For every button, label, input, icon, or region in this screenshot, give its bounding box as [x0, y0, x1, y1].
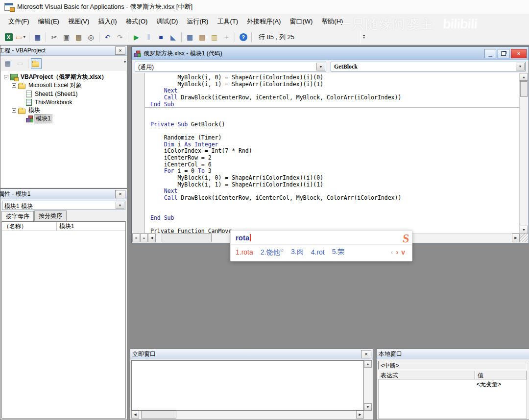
toolbox-button[interactable]: +	[221, 32, 232, 43]
project-explorer-button[interactable]: ▦	[184, 32, 195, 43]
project-panel-titlebar[interactable]: 工程 - VBAProject ×	[0, 46, 127, 56]
immediate-window-title: 立即窗口	[132, 350, 156, 358]
menu-item[interactable]: 窗口(W)	[285, 15, 317, 28]
tab-categorized[interactable]: 按分类序	[34, 210, 67, 221]
project-panel-close-button[interactable]: ×	[115, 47, 125, 55]
procedure-dropdown[interactable]: GetBlock ▼	[331, 62, 526, 71]
ime-next-page-icon[interactable]: ›	[396, 248, 399, 256]
insert-userform-button[interactable]: ▭▼	[15, 32, 26, 43]
design-mode-button[interactable]: ◣	[168, 32, 179, 43]
menu-item[interactable]: 外接程序(A)	[242, 15, 285, 28]
immediate-vertical-scrollbar[interactable]: ▲ ▼	[364, 360, 372, 411]
scroll-down-icon[interactable]: ▼	[364, 403, 372, 411]
ime-candidate[interactable]: 3.肉	[291, 248, 304, 257]
run-button[interactable]: ▶	[131, 32, 142, 43]
properties-window-button[interactable]: ▤	[196, 32, 208, 43]
properties-object-dropdown[interactable]: 模块1 模块 ▼	[2, 201, 125, 210]
tree-item[interactable]: Sheet1 (Sheet1)	[1, 90, 126, 98]
object-browser-button[interactable]: ▥	[209, 32, 220, 43]
property-row[interactable]: （名称） 模块1	[2, 222, 125, 231]
procedure-view-button[interactable]: =	[132, 233, 140, 242]
menu-item[interactable]: 编辑(E)	[34, 15, 64, 28]
menu-item[interactable]: 帮助(H)	[317, 15, 347, 28]
scrollbar-thumb[interactable]	[520, 81, 528, 97]
chevron-down-icon[interactable]: ▼	[116, 202, 124, 209]
ime-candidate[interactable]: 2.饶他⊘	[261, 248, 284, 257]
ime-expand-icon[interactable]: v	[401, 248, 405, 256]
break-button[interactable]: ‖	[143, 32, 154, 43]
immediate-window-content[interactable]	[131, 360, 364, 411]
column-header-expression[interactable]: 表达式	[378, 371, 475, 379]
ime-input[interactable]: rota	[236, 233, 249, 242]
tree-expander[interactable]: -	[12, 83, 16, 88]
menu-item[interactable]: 插入(I)	[94, 15, 121, 28]
code-editor[interactable]: MyBlock(i, 0) = ShapeArr(iColorIndex)(i)…	[132, 73, 520, 233]
code-vertical-scrollbar[interactable]: ▲ ▼	[519, 73, 528, 233]
restore-button[interactable]	[498, 49, 509, 58]
column-header-value[interactable]: 值	[475, 371, 527, 379]
scroll-left-icon[interactable]: ◀	[148, 233, 156, 242]
immediate-window-close-button[interactable]: ×	[361, 350, 371, 358]
chevron-down-icon[interactable]: ▼	[516, 63, 525, 70]
tree-expander[interactable]: -	[12, 108, 16, 113]
chevron-down-icon[interactable]: ▼	[23, 35, 26, 39]
menu-item[interactable]: 格式(O)	[121, 15, 152, 28]
properties-grid: （名称） 模块1	[1, 221, 126, 419]
find-button[interactable]: ◎	[85, 32, 96, 43]
tree-item[interactable]: 模块1	[1, 115, 126, 123]
paste-button[interactable]: ▤	[73, 32, 84, 43]
toolbar-buttons: X▭▼▦✂▣▤◎↶↷▶‖■◣▦▤▥+?	[2, 32, 249, 43]
tree-item[interactable]: -VBAProject（俄罗斯方块.xlsx）	[1, 73, 126, 81]
ime-candidate[interactable]: 1.rota	[236, 248, 253, 256]
immediate-window-titlebar[interactable]: 立即窗口 ×	[130, 349, 373, 359]
menu-item[interactable]: 文件(F)	[4, 15, 34, 28]
scrollbar-thumb[interactable]	[162, 233, 212, 242]
menu-item[interactable]: 运行(R)	[182, 15, 213, 28]
immediate-horizontal-scrollbar[interactable]: ◀ ▶	[131, 411, 364, 419]
scroll-right-icon[interactable]: ▶	[356, 411, 364, 419]
menu-item[interactable]: 视图(V)	[64, 15, 94, 28]
tree-item[interactable]: -Microsoft Excel 对象	[1, 81, 126, 90]
ime-prev-page-icon[interactable]: ‹	[391, 248, 393, 256]
view-object-button[interactable]: ▭	[15, 58, 25, 69]
menu-item[interactable]: 调试(D)	[152, 15, 182, 28]
project-toolbar-overflow-button[interactable]: ▾	[124, 60, 126, 64]
tree-expander[interactable]: -	[4, 75, 8, 79]
view-code-button[interactable]: ▤	[2, 58, 13, 69]
margin-indicator-bar[interactable]	[132, 73, 144, 233]
minimize-button[interactable]: ▁	[484, 49, 496, 58]
object-dropdown[interactable]: (通用) ▼	[135, 62, 326, 71]
property-value[interactable]: 模块1	[57, 222, 77, 231]
full-module-view-button[interactable]: ≡	[140, 233, 148, 242]
tree-item[interactable]: ThisWorkbook	[1, 98, 126, 106]
undo-button[interactable]: ↶	[102, 32, 113, 43]
properties-panel-close-button[interactable]: ×	[115, 190, 125, 198]
tree-item[interactable]: -模块	[1, 106, 126, 115]
properties-panel-titlebar[interactable]: 属性 - 模块1 ×	[0, 189, 127, 199]
resize-grip[interactable]	[520, 233, 528, 242]
code-window-titlebar[interactable]: 俄罗斯方块.xlsx - 模块1 (代码) ▁ ×	[132, 47, 529, 60]
cut-button[interactable]: ✂	[48, 32, 60, 43]
scrollbar-thumb[interactable]	[141, 411, 176, 419]
scroll-left-icon[interactable]: ◀	[131, 411, 139, 419]
toolbar-overflow-button[interactable]: ▾	[360, 31, 367, 44]
reset-button[interactable]: ■	[155, 32, 167, 43]
redo-button[interactable]: ↷	[114, 32, 125, 43]
scroll-up-icon[interactable]: ▲	[520, 73, 528, 81]
toolbar-separator	[46, 32, 46, 42]
ime-candidate[interactable]: 5.荣	[332, 248, 345, 257]
scroll-up-icon[interactable]: ▲	[364, 360, 372, 368]
help-button[interactable]: ?	[238, 32, 249, 43]
view-excel-button[interactable]: X	[3, 32, 14, 43]
toggle-folders-button[interactable]	[31, 58, 42, 69]
close-button[interactable]: ×	[511, 49, 527, 58]
copy-button[interactable]: ▣	[61, 32, 72, 43]
tab-alphabetic[interactable]: 按字母序	[1, 211, 34, 221]
chevron-down-icon[interactable]: ▼	[316, 63, 325, 70]
save-button[interactable]: ▦	[32, 32, 43, 43]
scroll-down-icon[interactable]: ▼	[520, 226, 528, 233]
locals-window-titlebar[interactable]: 本地窗口	[377, 349, 529, 359]
menu-item[interactable]: 工具(T)	[213, 15, 242, 28]
scroll-right-icon[interactable]: ▶	[512, 233, 520, 242]
ime-candidate[interactable]: 4.rot	[311, 248, 325, 256]
